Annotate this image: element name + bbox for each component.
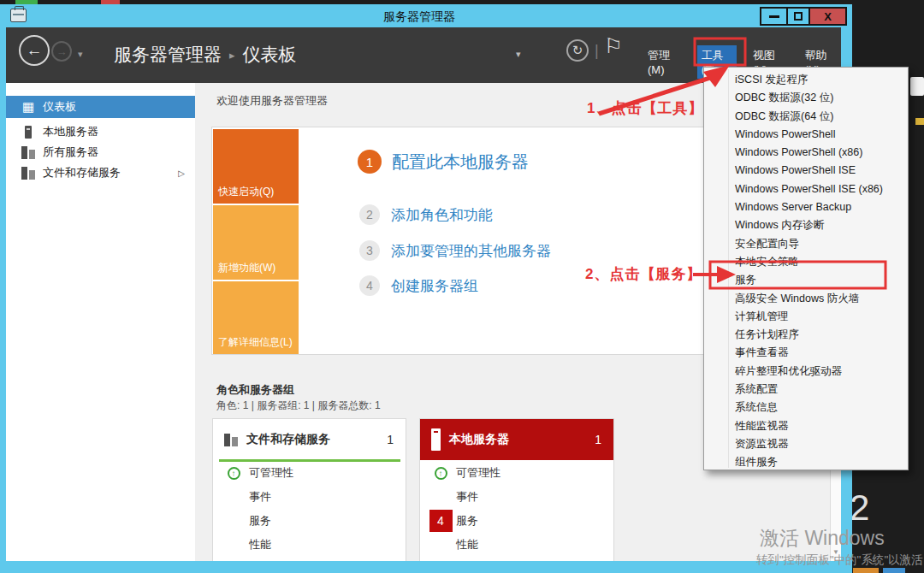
tools-menu-item[interactable]: 任务计划程序 <box>704 326 908 344</box>
annotation-note-2: 2、点击【服务】 <box>585 264 702 284</box>
tile-count: 1 <box>387 433 394 446</box>
tools-menu-item[interactable]: Windows PowerShell ISE (x86) <box>704 180 908 198</box>
activate-windows-watermark: 激活 Windows <box>760 525 885 552</box>
expand-arrow-icon[interactable]: ▷ <box>178 168 185 178</box>
step-number: 3 <box>359 240 380 261</box>
quick-start-panel: 快速启动(Q)新增功能(W)了解详细信息(L) 1配置此本地服务器2添加角色和功… <box>211 127 714 355</box>
desktop-icon <box>910 77 924 96</box>
tile-row[interactable]: 服务 <box>213 510 406 532</box>
step-number: 4 <box>359 275 380 296</box>
roles-stats: 角色: 1 | 服务器组: 1 | 服务器总数: 1 <box>216 399 381 413</box>
maximize-icon <box>794 12 803 21</box>
tile-row-slot: 4 <box>425 510 456 532</box>
tools-menu-item[interactable]: Windows PowerShell <box>704 126 908 144</box>
file-storage-icon <box>21 167 35 180</box>
tile-row[interactable]: ↑可管理性 <box>420 462 613 484</box>
nav-menu-item[interactable]: 管理(M) <box>643 45 685 79</box>
tools-menu-item[interactable]: 计算机管理 <box>704 308 908 326</box>
all-servers-icon <box>21 146 35 159</box>
tools-menu-item[interactable]: 事件查看器 <box>704 344 908 362</box>
tile-row[interactable]: ↑可管理性 <box>213 462 406 484</box>
tools-menu-item[interactable]: 本地安全策略 <box>704 253 908 271</box>
tile-row-label: 可管理性 <box>456 465 500 481</box>
file-storage-icon <box>224 434 238 446</box>
quick-link[interactable]: 新增功能(W) <box>213 205 299 280</box>
annotation-note-1: 1、点击【工具】 <box>587 98 703 118</box>
tile-row[interactable]: 性能 <box>420 534 613 556</box>
tools-menu-item[interactable]: Windows PowerShell (x86) <box>704 144 908 162</box>
tile-row[interactable]: BPA 结果 <box>213 556 406 561</box>
tools-menu-item[interactable]: 服务 <box>704 271 908 289</box>
tools-menu-item[interactable]: 性能监视器 <box>704 417 908 435</box>
roles-heading: 角色和服务器组 <box>216 382 294 398</box>
tools-menu-item[interactable]: 资源监视器 <box>704 435 908 453</box>
tile-row[interactable]: 事件 <box>213 486 406 508</box>
tools-menu-item[interactable]: 高级安全 Windows 防火墙 <box>704 290 908 308</box>
desktop-fragment <box>883 568 905 573</box>
tile-row-slot: ↑ <box>425 467 456 480</box>
tools-menu-item[interactable]: Windows PowerShell ISE <box>704 162 908 180</box>
window-titlebar[interactable]: 服务器管理器 X <box>0 4 852 27</box>
wallpaper-text: 2 <box>850 487 869 529</box>
tile-row[interactable]: BPA 结果 <box>420 556 613 561</box>
quick-link[interactable]: 快速启动(Q) <box>213 129 299 204</box>
refresh-icon[interactable]: ↻ <box>566 39 589 62</box>
tile-row[interactable]: 事件 <box>420 486 613 508</box>
divider: | <box>595 42 599 60</box>
sidebar-item-label: 所有服务器 <box>43 145 98 160</box>
quick-link[interactable]: 了解详细信息(L) <box>213 281 299 354</box>
tile-row-label: 性能 <box>456 537 478 552</box>
tools-menu-item[interactable]: 碎片整理和优化驱动器 <box>704 363 908 381</box>
maximize-button[interactable] <box>786 7 810 26</box>
quick-step[interactable]: 2添加角色和功能 <box>359 204 493 225</box>
tools-menu-item[interactable]: 系统信息 <box>704 399 908 416</box>
breadcrumb-root[interactable]: 服务器管理器 <box>114 43 222 67</box>
sidebar-item[interactable]: 本地服务器 <box>6 121 195 142</box>
tile-count: 1 <box>595 433 601 446</box>
tile-row-slot: ↑ <box>218 467 249 480</box>
tools-menu-item[interactable]: ODBC 数据源(32 位) <box>704 89 908 107</box>
forward-button[interactable]: → <box>51 41 72 62</box>
tile-header[interactable]: 文件和存储服务1 <box>213 419 406 460</box>
tools-menu-item[interactable]: Windows 内存诊断 <box>704 216 908 234</box>
sidebar: 仪表板本地服务器所有服务器文件和存储服务▷ <box>6 83 195 561</box>
minimize-button[interactable] <box>760 7 788 26</box>
tools-menu-item[interactable]: 组件服务 <box>704 453 908 471</box>
local-server-icon <box>25 126 32 139</box>
tile-row[interactable]: 4服务 <box>420 510 613 532</box>
quick-step[interactable]: 4创建服务器组 <box>359 275 478 296</box>
tile-row-label: 事件 <box>456 489 478 505</box>
welcome-title: 欢迎使用服务器管理器 <box>216 93 328 109</box>
sidebar-item-label: 本地服务器 <box>43 124 98 139</box>
tile-header[interactable]: 本地服务器1 <box>420 419 613 460</box>
local-server-icon <box>20 126 37 139</box>
quick-step[interactable]: 3添加要管理的其他服务器 <box>359 240 551 261</box>
step-label: 创建服务器组 <box>391 276 478 296</box>
tools-menu-item[interactable]: Windows Server Backup <box>704 198 908 216</box>
tools-menu-item[interactable]: iSCSI 发起程序 <box>704 71 908 89</box>
sidebar-item[interactable]: 仪表板 <box>6 96 195 118</box>
tile-row[interactable]: 性能 <box>213 534 406 556</box>
tools-menu-item[interactable]: ODBC 数据源(64 位) <box>704 108 908 126</box>
file-storage-icon <box>20 167 37 180</box>
all-servers-icon <box>20 146 37 159</box>
quick-step[interactable]: 1配置此本地服务器 <box>358 150 529 174</box>
close-button[interactable]: X <box>808 7 847 26</box>
tile-title: 文件和存储服务 <box>246 432 330 447</box>
tile-row-label: 事件 <box>249 489 271 505</box>
tools-menu-item[interactable]: 安全配置向导 <box>704 235 908 253</box>
role-tile: 本地服务器1↑可管理性事件4服务性能BPA 结果 <box>419 418 614 561</box>
tools-dropdown-menu: iSCSI 发起程序ODBC 数据源(32 位)ODBC 数据源(64 位)Wi… <box>703 67 909 470</box>
role-tile: 文件和存储服务1↑可管理性事件服务性能BPA 结果 <box>212 418 406 561</box>
local-server-icon <box>431 428 441 451</box>
sidebar-item[interactable]: 所有服务器 <box>6 142 195 162</box>
sidebar-item[interactable]: 文件和存储服务▷ <box>6 162 195 183</box>
notifications-flag-icon[interactable]: ⚐ <box>604 34 623 58</box>
tools-menu-item[interactable]: 系统配置 <box>704 381 908 399</box>
chevron-down-icon[interactable]: ▾ <box>516 49 521 60</box>
breadcrumb-current: 仪表板 <box>243 43 297 67</box>
tile-row-label: 服务 <box>456 513 478 529</box>
back-button[interactable]: ← <box>19 35 50 66</box>
dashboard-grid-icon <box>20 99 37 115</box>
chevron-down-icon[interactable]: ▾ <box>78 49 83 60</box>
